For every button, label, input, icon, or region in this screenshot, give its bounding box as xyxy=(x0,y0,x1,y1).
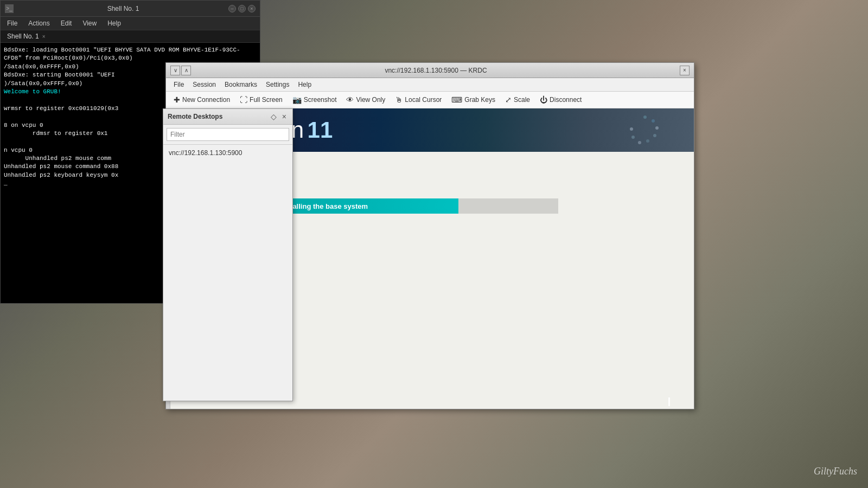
krdc-maximize-btn[interactable]: ∧ xyxy=(181,66,191,75)
new-connection-icon: ✚ xyxy=(174,95,180,104)
krdc-window-title: vnc://192.168.1.130:5900 — KRDC xyxy=(192,67,680,74)
watermark: GiltyFuchs xyxy=(814,466,857,477)
remote-panel-controls: ◇ × xyxy=(269,112,288,121)
screenshot-button[interactable]: 📷 Screenshot xyxy=(288,94,341,106)
krdc-menu-session[interactable]: Session xyxy=(189,80,219,89)
remote-item-vnc[interactable]: vnc://192.168.1.130:5900 xyxy=(165,147,290,159)
terminal-icon: >_ xyxy=(5,4,14,13)
view-only-label: View Only xyxy=(356,96,385,104)
krdc-toolbar: ✚ New Connection ⛶ Full Screen 📷 Screens… xyxy=(166,92,694,108)
svg-point-8 xyxy=(630,127,633,131)
full-screen-icon: ⛶ xyxy=(240,95,247,104)
scale-button[interactable]: ⤢ Scale xyxy=(501,94,534,106)
terminal-line-1: BdsDxe: loading Boot0001 "UEFI BHYVE SAT… xyxy=(4,46,257,63)
krdc-shade-btn[interactable]: ∨ xyxy=(170,66,180,75)
terminal-menu-file[interactable]: File xyxy=(5,18,20,28)
remote-desktops-panel: Remote Desktops ◇ × vnc://192.168.1.130:… xyxy=(163,108,293,401)
terminal-tab-close-icon[interactable]: × xyxy=(42,34,46,40)
svg-point-7 xyxy=(631,136,635,139)
remote-panel-titlebar: Remote Desktops ◇ × xyxy=(163,109,292,125)
svg-point-4 xyxy=(653,134,656,137)
progress-bar-label: Installing the base system xyxy=(280,202,368,210)
krdc-menu-bookmarks[interactable]: Bookmarks xyxy=(221,80,260,89)
terminal-tab-label: Shell No. 1 xyxy=(7,33,39,40)
grab-keys-label: Grab Keys xyxy=(464,96,495,104)
remote-panel-title: Remote Desktops xyxy=(168,113,222,120)
grab-keys-icon: ⌨ xyxy=(451,95,462,104)
new-connection-label: New Connection xyxy=(182,96,230,104)
new-connection-button[interactable]: ✚ New Connection xyxy=(169,94,234,106)
view-only-button[interactable]: 👁 View Only xyxy=(342,94,390,106)
remote-panel-detach-btn[interactable]: ◇ xyxy=(269,112,278,121)
krdc-menu-settings[interactable]: Settings xyxy=(263,80,292,89)
disconnect-label: Disconnect xyxy=(550,96,582,104)
local-cursor-icon: 🖱 xyxy=(395,95,403,104)
svg-point-1 xyxy=(643,115,647,119)
terminal-titlebar: >_ Shell No. 1 – □ × xyxy=(1,1,260,17)
debian-title-version: 11 xyxy=(308,117,333,143)
screenshot-label: Screenshot xyxy=(304,96,337,104)
terminal-window-title: Shell No. 1 xyxy=(18,5,228,12)
svg-point-3 xyxy=(655,126,659,130)
terminal-tab[interactable]: Shell No. 1 × xyxy=(1,30,260,43)
terminal-menubar: File Actions Edit View Help xyxy=(1,17,260,30)
local-cursor-button[interactable]: 🖱 Local Cursor xyxy=(391,94,446,106)
terminal-menu-help[interactable]: Help xyxy=(105,18,123,28)
remote-panel-filter-area xyxy=(163,125,292,145)
svg-point-5 xyxy=(646,139,649,143)
terminal-minimize-btn[interactable]: – xyxy=(228,5,236,12)
terminal-maximize-btn[interactable]: □ xyxy=(238,5,246,12)
svg-point-6 xyxy=(638,141,641,144)
remote-panel-content: vnc://192.168.1.130:5900 xyxy=(163,145,292,401)
terminal-menu-edit[interactable]: Edit xyxy=(59,18,74,28)
disconnect-button[interactable]: ⏻ Disconnect xyxy=(535,94,586,106)
debian-decorative-dots xyxy=(629,113,661,150)
krdc-menu-help[interactable]: Help xyxy=(295,80,315,89)
screenshot-icon: 📷 xyxy=(292,95,302,104)
full-screen-label: Full Screen xyxy=(250,96,283,104)
terminal-menu-actions[interactable]: Actions xyxy=(26,18,52,28)
scale-label: Scale xyxy=(514,96,530,104)
remote-panel-close-btn[interactable]: × xyxy=(280,112,288,121)
grab-keys-button[interactable]: ⌨ Grab Keys xyxy=(447,94,500,106)
krdc-close-btn[interactable]: × xyxy=(680,66,690,75)
krdc-menubar: File Session Bookmarks Settings Help xyxy=(166,78,694,92)
scale-icon: ⤢ xyxy=(505,95,512,104)
local-cursor-label: Local Cursor xyxy=(405,96,442,104)
krdc-titlebar: ∨ ∧ vnc://192.168.1.130:5900 — KRDC × xyxy=(166,63,694,78)
disconnect-icon: ⏻ xyxy=(540,95,547,104)
view-only-icon: 👁 xyxy=(346,95,354,104)
svg-point-2 xyxy=(652,119,655,123)
terminal-window-controls: – □ × xyxy=(228,5,256,12)
full-screen-button[interactable]: ⛶ Full Screen xyxy=(235,94,287,106)
krdc-window-controls: × xyxy=(680,66,690,75)
terminal-close-btn[interactable]: × xyxy=(248,5,256,12)
krdc-menu-file[interactable]: File xyxy=(170,80,187,89)
terminal-menu-view[interactable]: View xyxy=(80,18,99,28)
remote-panel-filter-input[interactable] xyxy=(167,128,289,141)
